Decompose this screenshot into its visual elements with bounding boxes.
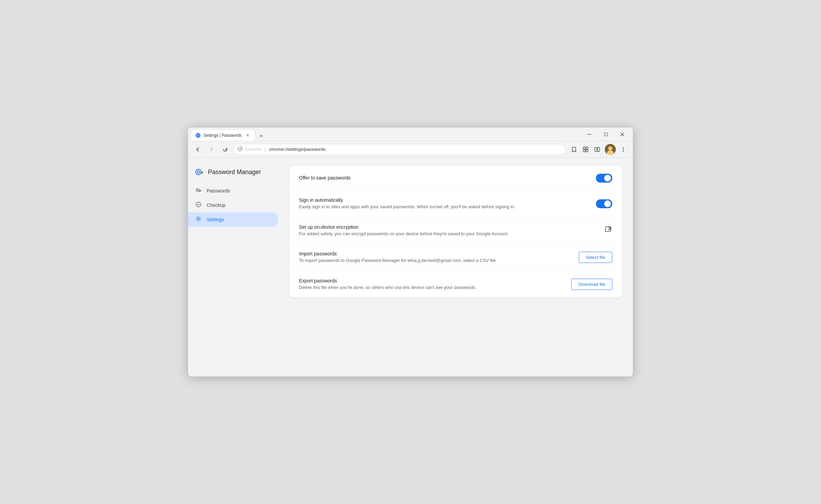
sign-in-auto-row: Sign in automatically Easily sign in to …	[289, 190, 622, 217]
export-passwords-title: Export passwords	[299, 278, 571, 283]
settings-card: Offer to save passwords Sign in automati…	[289, 166, 622, 297]
on-device-encryption-text: Set up on-device encryption For added sa…	[299, 224, 605, 237]
svg-rect-27	[200, 191, 201, 192]
security-icon	[238, 146, 243, 152]
maximize-button[interactable]	[598, 128, 614, 141]
offer-save-text: Offer to save passwords	[299, 175, 596, 181]
svg-point-14	[608, 146, 612, 150]
sign-in-auto-text: Sign in automatically Easily sign in to …	[299, 197, 596, 210]
tab-close-button[interactable]: ✕	[245, 132, 251, 138]
tab-strip: Settings | Passwords ✕ +	[191, 128, 582, 141]
sidebar-item-settings[interactable]: Settings	[188, 212, 278, 227]
svg-rect-10	[586, 150, 588, 152]
nav-right-buttons	[569, 144, 629, 155]
minimize-button[interactable]	[582, 128, 597, 141]
external-link-icon[interactable]	[605, 226, 612, 235]
refresh-button[interactable]	[220, 144, 231, 155]
select-file-button[interactable]: Select file	[579, 252, 612, 263]
sidebar: Password Manager Passwords	[188, 158, 284, 376]
tab-title: Settings | Passwords	[204, 133, 242, 138]
sidebar-item-checkup-label: Checkup	[207, 202, 225, 208]
svg-point-6	[238, 147, 243, 151]
svg-point-29	[198, 218, 199, 220]
address-bar[interactable]: Chrome | chrome://settings/passwords	[233, 144, 566, 155]
svg-rect-2	[588, 134, 591, 135]
sidebar-item-settings-label: Settings	[207, 217, 224, 222]
offer-save-title: Offer to save passwords	[299, 175, 596, 181]
on-device-encryption-desc: For added safety, you can encrypt passwo…	[299, 230, 605, 237]
svg-rect-3	[604, 133, 608, 136]
extensions-button[interactable]	[580, 144, 591, 155]
svg-point-18	[623, 150, 624, 151]
sidebar-brand: Password Manager	[188, 164, 284, 184]
close-button[interactable]	[614, 128, 630, 141]
import-passwords-text: Import passwords To import passwords to …	[299, 251, 579, 264]
offer-save-row: Offer to save passwords	[289, 166, 622, 190]
import-passwords-title: Import passwords	[299, 251, 579, 256]
svg-rect-8	[586, 147, 588, 149]
download-file-button[interactable]: Download file	[571, 279, 612, 290]
sidebar-item-passwords-label: Passwords	[207, 188, 230, 194]
active-tab[interactable]: Settings | Passwords ✕	[191, 129, 255, 141]
passwords-icon	[195, 187, 202, 195]
svg-rect-9	[583, 150, 585, 152]
on-device-encryption-title: Set up on-device encryption	[299, 224, 605, 230]
url-pipe: |	[264, 147, 265, 152]
svg-rect-28	[199, 191, 200, 192]
tab-favicon	[195, 133, 201, 138]
svg-rect-26	[199, 190, 201, 191]
settings-icon	[195, 216, 202, 223]
browser-body: Password Manager Passwords	[188, 158, 633, 376]
export-passwords-desc: Delete this file when you're done, so ot…	[299, 284, 571, 291]
sign-in-auto-toggle-thumb	[604, 200, 611, 207]
svg-point-25	[197, 189, 198, 191]
window-controls	[582, 128, 630, 141]
svg-rect-21	[200, 172, 204, 173]
export-passwords-text: Export passwords Delete this file when y…	[299, 278, 571, 291]
avatar[interactable]	[605, 144, 616, 155]
svg-rect-11	[595, 147, 597, 151]
title-bar: Settings | Passwords ✕ +	[188, 128, 633, 141]
menu-button[interactable]	[618, 144, 629, 155]
svg-rect-22	[203, 173, 204, 174]
bookmark-button[interactable]	[569, 144, 579, 155]
svg-point-16	[623, 147, 624, 148]
svg-point-17	[623, 149, 624, 150]
new-tab-button[interactable]: +	[257, 131, 266, 141]
browser-window: Settings | Passwords ✕ +	[188, 128, 633, 376]
pm-logo-icon	[195, 167, 205, 177]
offer-save-toggle-thumb	[604, 175, 611, 182]
svg-point-1	[197, 134, 199, 136]
svg-rect-12	[598, 147, 600, 151]
svg-rect-7	[583, 147, 585, 149]
checkup-icon	[195, 201, 202, 209]
sign-in-auto-toggle[interactable]	[596, 199, 612, 208]
import-passwords-desc: To import passwords to Google Password M…	[299, 257, 579, 264]
sidebar-item-passwords[interactable]: Passwords	[188, 184, 278, 198]
svg-rect-23	[201, 173, 203, 174]
export-passwords-row: Export passwords Delete this file when y…	[289, 271, 622, 298]
content-area: Offer to save passwords Sign in automati…	[284, 158, 633, 376]
sidebar-item-checkup[interactable]: Checkup	[188, 198, 278, 212]
split-view-button[interactable]	[592, 144, 603, 155]
back-button[interactable]	[192, 144, 203, 155]
url-separator: Chrome	[245, 147, 261, 152]
url-text: chrome://settings/passwords	[269, 147, 561, 152]
on-device-encryption-row: Set up on-device encryption For added sa…	[289, 217, 622, 244]
nav-bar: Chrome | chrome://settings/passwords	[188, 141, 633, 158]
svg-point-19	[196, 169, 201, 175]
forward-button[interactable]	[206, 144, 217, 155]
sidebar-brand-title: Password Manager	[208, 169, 261, 176]
offer-save-toggle[interactable]	[596, 174, 612, 183]
svg-point-20	[197, 171, 200, 173]
sign-in-auto-title: Sign in automatically	[299, 197, 596, 203]
sign-in-auto-desc: Easily sign in to sites and apps with yo…	[299, 203, 596, 210]
import-passwords-row: Import passwords To import passwords to …	[289, 244, 622, 271]
